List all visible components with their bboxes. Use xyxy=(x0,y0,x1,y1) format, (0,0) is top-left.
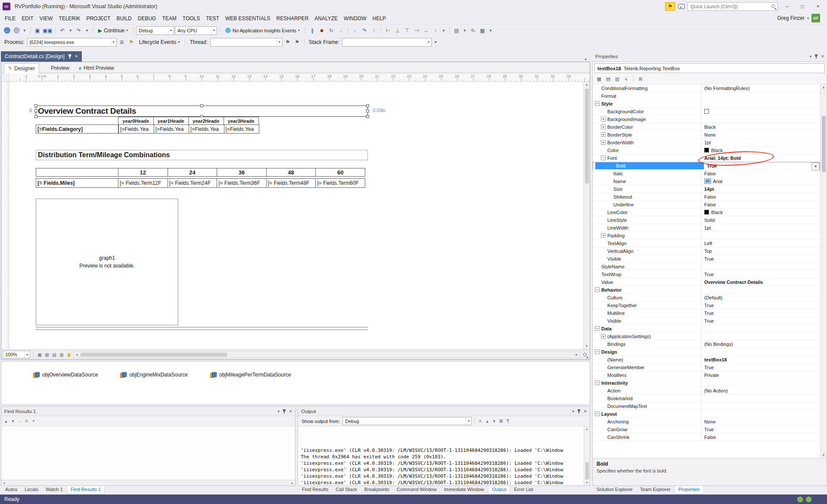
break-all-icon[interactable]: ∥ xyxy=(308,26,317,35)
expand-collapse-icon[interactable] xyxy=(595,93,600,98)
go-to-location-icon[interactable]: → xyxy=(17,417,23,426)
step-out-icon[interactable]: ↑ xyxy=(370,26,378,35)
property-row[interactable]: Color ab Black xyxy=(593,146,820,154)
expand-collapse-icon[interactable] xyxy=(601,241,606,246)
scroll-thumb[interactable] xyxy=(585,462,589,479)
continue-button[interactable]: ▶ Continue ▾ xyxy=(96,26,131,35)
expand-collapse-icon[interactable] xyxy=(601,303,606,308)
step-into-icon[interactable]: ↓ xyxy=(351,26,359,35)
property-row[interactable]: Value ab Overview Contract Details xyxy=(593,278,820,286)
property-row[interactable]: + (ApplicationSettings) ab xyxy=(593,333,820,340)
property-row[interactable]: Size ab 14pt xyxy=(593,185,820,193)
notifications-flag-icon[interactable]: ⚑ xyxy=(665,2,675,11)
tool-window-tab[interactable]: Find Results 1 xyxy=(67,486,105,494)
property-row[interactable]: TextWrap ab True xyxy=(593,271,820,278)
designer-horizontal-scrollbar[interactable]: ◄ ► xyxy=(73,352,580,358)
output-content[interactable]: 'iisexpress.exe' (CLR v4.0.30319: /LM/W3… xyxy=(298,426,590,485)
property-row[interactable]: − Design ab xyxy=(593,348,820,356)
expand-collapse-icon[interactable]: + xyxy=(601,124,606,129)
navigate-dropdown-icon[interactable]: ▾ xyxy=(22,26,28,35)
table-header-cell[interactable] xyxy=(36,168,118,177)
expand-collapse-icon[interactable] xyxy=(601,373,606,377)
property-row[interactable]: Anchoring ab None xyxy=(593,418,820,426)
expand-collapse-icon[interactable] xyxy=(601,342,606,346)
show-guides-icon[interactable]: ▤ xyxy=(51,350,57,359)
expand-collapse-icon[interactable] xyxy=(601,388,606,393)
pan-hand-icon[interactable]: ✌ xyxy=(66,350,72,359)
properties-title-bar[interactable]: Properties ▾ × xyxy=(592,51,827,62)
menu-item[interactable]: TEST xyxy=(203,14,222,23)
designer-vertical-scrollbar[interactable]: ▲ ▼ xyxy=(583,82,590,349)
expand-collapse-icon[interactable] xyxy=(601,404,606,408)
menu-item[interactable]: ANALYZE xyxy=(311,14,341,23)
expand-collapse-icon[interactable] xyxy=(601,109,606,114)
find-results-hscrollbar[interactable]: ◄ ► xyxy=(1,480,295,485)
navigate-forward-icon[interactable]: → xyxy=(12,26,21,35)
pin-icon[interactable] xyxy=(577,409,581,414)
table-header-cell[interactable]: year3Heade xyxy=(224,117,259,125)
scroll-up-icon[interactable]: ▲ xyxy=(822,84,825,90)
lifecycle-flag-icon[interactable]: ⚑ xyxy=(127,37,136,47)
scroll-right-icon[interactable]: ► xyxy=(289,482,295,485)
alphabetical-icon[interactable]: ▤ xyxy=(604,75,612,83)
property-row[interactable]: GenerateMember ab True xyxy=(593,364,820,371)
property-row[interactable]: LineColor ab Black xyxy=(593,208,820,216)
thread-next-icon[interactable]: ⚑ xyxy=(293,37,302,47)
align-rights-icon[interactable]: ⊣ xyxy=(412,26,421,35)
browser-link-refresh-icon[interactable]: ↻ xyxy=(469,26,477,35)
expand-collapse-icon[interactable]: + xyxy=(601,132,606,137)
tool-window-tab[interactable]: Properties xyxy=(675,486,704,494)
undo-icon[interactable]: ↶ xyxy=(58,26,67,35)
align-lefts-icon[interactable]: ⊢ xyxy=(384,26,392,35)
property-row[interactable]: − Behavior ab xyxy=(593,286,820,294)
scroll-left-icon[interactable]: ◄ xyxy=(74,353,80,357)
menu-item[interactable]: FILE xyxy=(2,14,19,23)
property-row[interactable]: ConditionalFormatting ab (No FormattingR… xyxy=(593,84,820,92)
datasource-component[interactable]: objEngineMixDataSource xyxy=(120,372,187,378)
window-position-icon[interactable]: ▾ xyxy=(277,409,280,414)
scroll-right-icon[interactable]: ► xyxy=(574,353,580,357)
process-combo[interactable]: [6224] iisexpress.exe▾ xyxy=(27,38,117,47)
previous-result-icon[interactable]: ▴ xyxy=(3,417,9,426)
expand-collapse-icon[interactable] xyxy=(601,148,606,152)
designer-tab[interactable]: Preview xyxy=(40,63,74,73)
expand-collapse-icon[interactable] xyxy=(601,311,606,315)
expand-collapse-icon[interactable]: + xyxy=(601,140,606,145)
clear-results-icon[interactable]: ≡ xyxy=(24,417,30,426)
table-header-cell[interactable]: 12 xyxy=(118,168,168,177)
close-icon[interactable]: × xyxy=(584,409,587,414)
resize-handle[interactable] xyxy=(34,115,37,118)
table-cell[interactable]: [=Fields.Yea xyxy=(224,124,260,134)
resize-handle[interactable] xyxy=(200,104,203,107)
property-row[interactable]: + BorderColor ab Black xyxy=(593,123,820,131)
section-title-textbox[interactable]: Distribution Term/Mileage Combinations xyxy=(36,150,368,160)
scroll-thumb[interactable] xyxy=(81,353,227,357)
property-row[interactable]: + Padding ab xyxy=(593,232,820,240)
minimize-button[interactable]: – xyxy=(780,2,793,11)
table-cell[interactable]: [=Fields.Yea xyxy=(118,124,154,134)
drag-grip-icon[interactable]: ⠿ xyxy=(29,108,32,114)
expand-collapse-icon[interactable]: + xyxy=(601,334,606,339)
avatar[interactable]: GF xyxy=(811,14,820,22)
undo-dropdown-icon[interactable]: ▾ xyxy=(68,26,74,35)
resize-handle[interactable] xyxy=(34,104,37,107)
resize-handle[interactable] xyxy=(366,104,369,107)
web-essentials-dropdown-icon[interactable]: ▾ xyxy=(488,26,494,35)
resize-handle[interactable] xyxy=(366,109,369,112)
menu-item[interactable]: VIEW xyxy=(37,14,56,23)
section-separator[interactable] xyxy=(36,327,368,330)
redo-dropdown-icon[interactable]: ▾ xyxy=(84,26,90,35)
expand-collapse-icon[interactable] xyxy=(607,171,612,176)
table-cell[interactable]: [= Fields.Term12F xyxy=(118,178,168,188)
window-position-icon[interactable]: ▾ xyxy=(809,54,811,59)
table-cell[interactable]: [=Fields.Yea xyxy=(189,124,224,134)
thread-prev-icon[interactable]: ⚑ xyxy=(283,37,292,47)
property-row[interactable]: (Name) ab textBox18 xyxy=(593,356,820,364)
step-over-icon[interactable]: ↷ xyxy=(360,26,369,35)
table-header-cell[interactable]: 48 xyxy=(266,168,316,177)
property-row[interactable]: − Font ab Arial; 14pt; Bold xyxy=(593,154,820,162)
expand-collapse-icon[interactable] xyxy=(595,86,600,90)
scroll-up-icon[interactable]: ▲ xyxy=(585,426,588,432)
property-row[interactable]: Italic ab False xyxy=(593,170,820,177)
table-cell[interactable]: [=Fields.Yea xyxy=(154,124,190,134)
